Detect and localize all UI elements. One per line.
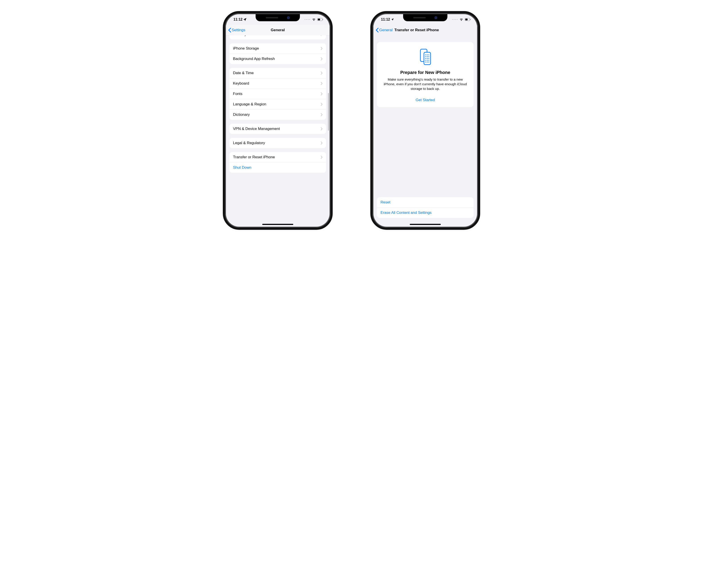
svg-rect-5 <box>470 19 471 20</box>
back-label: General <box>379 28 392 32</box>
status-time: 11:12 <box>381 17 390 21</box>
get-started-button[interactable]: Get Started <box>382 98 469 102</box>
hero-heading: Prepare for New iPhone <box>382 70 469 75</box>
row-fonts[interactable]: Fonts <box>229 89 326 99</box>
row-label: iPhone Storage <box>233 46 321 51</box>
chevron-left-icon <box>228 28 231 32</box>
transfer-reset-content: Prepare for New iPhone Make sure everyth… <box>374 35 477 227</box>
chevron-right-icon <box>321 47 322 50</box>
settings-group: Legal & Regulatory <box>229 138 326 148</box>
svg-point-13 <box>428 56 429 57</box>
row-background-app-refresh[interactable]: Background App Refresh <box>229 54 326 64</box>
chevron-right-icon <box>321 35 322 36</box>
row-label: Keyboard <box>233 81 321 86</box>
row-label: Fonts <box>233 92 321 96</box>
device-notch <box>256 14 300 21</box>
prepare-card: Prepare for New iPhone Make sure everyth… <box>377 42 474 107</box>
row-label: Transfer or Reset iPhone <box>233 155 321 159</box>
location-arrow-icon <box>391 18 394 21</box>
svg-point-22 <box>428 62 429 63</box>
row-label: CarPlay <box>233 35 321 36</box>
svg-point-8 <box>425 55 426 55</box>
chevron-right-icon <box>321 57 322 61</box>
svg-point-18 <box>427 60 428 61</box>
row-carplay[interactable]: CarPlay <box>229 35 326 39</box>
chevron-left-icon <box>376 28 379 32</box>
device-notch <box>403 14 447 21</box>
row-date-time[interactable]: Date & Time <box>229 68 326 78</box>
settings-group: CarPlay <box>229 35 326 39</box>
battery-half-icon <box>317 18 323 21</box>
wifi-icon <box>459 18 463 21</box>
row-label: Language & Region <box>233 102 321 106</box>
settings-group: VPN & Device Management <box>229 124 326 134</box>
iphone-general-settings: 11:12 <box>225 13 330 228</box>
iphone-transfer-reset: 11:12 <box>373 13 478 228</box>
row-keyboard[interactable]: Keyboard <box>229 78 326 89</box>
row-language-region[interactable]: Language & Region <box>229 99 326 109</box>
page-title: Transfer or Reset iPhone <box>394 28 439 32</box>
row-iphone-storage[interactable]: iPhone Storage <box>229 44 326 54</box>
chevron-right-icon <box>321 142 322 145</box>
svg-point-11 <box>425 56 426 57</box>
svg-point-12 <box>427 56 428 57</box>
row-label: Background App Refresh <box>233 57 321 61</box>
row-label: Reset <box>381 200 470 204</box>
chevron-right-icon <box>321 72 322 75</box>
home-indicator[interactable] <box>410 224 441 225</box>
nav-bar: Settings General <box>226 25 329 36</box>
scroll-indicator[interactable] <box>328 93 329 131</box>
svg-point-21 <box>427 62 428 63</box>
row-dictionary[interactable]: Dictionary <box>229 109 326 120</box>
row-label: Date & Time <box>233 71 321 75</box>
back-button[interactable]: Settings <box>228 28 245 32</box>
settings-group: Transfer or Reset iPhone Shut Down <box>229 152 326 173</box>
row-erase-all[interactable]: Erase All Content and Settings <box>377 207 474 218</box>
row-vpn-device-management[interactable]: VPN & Device Management <box>229 124 326 134</box>
svg-point-19 <box>428 60 429 61</box>
row-legal-regulatory[interactable]: Legal & Regulatory <box>229 138 326 148</box>
svg-point-16 <box>428 58 429 59</box>
row-label: Shut Down <box>233 165 322 170</box>
home-indicator[interactable] <box>262 224 293 225</box>
settings-list[interactable]: CarPlay iPhone Storage Background App Re… <box>226 35 329 227</box>
row-label: Dictionary <box>233 112 321 117</box>
chevron-right-icon <box>321 113 322 116</box>
svg-point-15 <box>427 58 428 59</box>
wifi-icon <box>312 18 316 21</box>
row-reset[interactable]: Reset <box>377 197 474 207</box>
svg-point-14 <box>425 58 426 59</box>
battery-half-icon <box>465 18 471 21</box>
svg-rect-4 <box>465 19 468 20</box>
settings-group: iPhone Storage Background App Refresh <box>229 44 326 64</box>
row-label: Legal & Regulatory <box>233 141 321 145</box>
chevron-right-icon <box>321 156 322 159</box>
two-phones-icon <box>382 48 469 66</box>
chevron-right-icon <box>321 82 322 85</box>
settings-group: Date & Time Keyboard Fonts Language & Re… <box>229 68 326 120</box>
chevron-right-icon <box>321 92 322 95</box>
row-shut-down[interactable]: Shut Down <box>229 162 326 173</box>
svg-rect-2 <box>323 19 323 20</box>
hero-body: Make sure everything's ready to transfer… <box>382 77 469 91</box>
location-arrow-icon <box>243 18 246 21</box>
svg-point-20 <box>425 62 426 63</box>
nav-bar: General Transfer or Reset iPhone <box>374 25 477 36</box>
row-label: VPN & Device Management <box>233 127 321 131</box>
breadcrumb-dots-icon <box>305 19 310 20</box>
svg-rect-1 <box>318 19 320 20</box>
page-title: General <box>271 28 285 32</box>
row-transfer-reset[interactable]: Transfer or Reset iPhone <box>229 152 326 162</box>
svg-point-17 <box>425 60 426 61</box>
svg-point-9 <box>427 55 428 55</box>
back-label: Settings <box>232 28 245 32</box>
status-time: 11:12 <box>233 17 242 21</box>
chevron-right-icon <box>321 103 322 106</box>
chevron-right-icon <box>321 127 322 131</box>
svg-point-10 <box>428 55 429 55</box>
breadcrumb-dots-icon <box>452 19 458 20</box>
settings-group: Reset Erase All Content and Settings <box>377 197 474 218</box>
back-button[interactable]: General <box>376 28 392 32</box>
row-label: Erase All Content and Settings <box>381 211 470 215</box>
